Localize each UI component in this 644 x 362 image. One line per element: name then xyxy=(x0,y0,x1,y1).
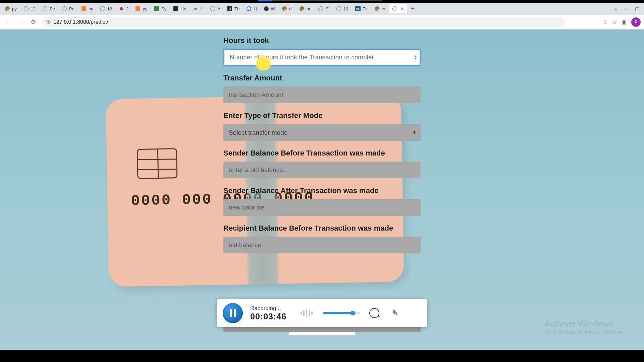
globe-icon xyxy=(318,6,323,11)
tab[interactable]: H xyxy=(244,4,259,13)
recipient-before-input[interactable] xyxy=(223,237,421,253)
globe-icon xyxy=(42,6,48,11)
maximize-button[interactable]: ▢ xyxy=(635,6,639,11)
tab[interactable]: bu xyxy=(297,4,314,13)
video-top-bar xyxy=(0,0,644,3)
tab[interactable]: ∞H xyxy=(190,4,206,13)
site-info-icon[interactable]: ⓘ xyxy=(46,19,51,25)
back-button[interactable]: ← xyxy=(3,17,13,27)
amount-input[interactable] xyxy=(223,86,421,103)
dot-icon xyxy=(119,6,124,11)
tab[interactable]: W xyxy=(261,4,278,13)
tab[interactable]: Py xyxy=(151,4,169,13)
cursor-highlight-icon xyxy=(254,56,272,70)
tab[interactable]: He xyxy=(170,4,189,13)
tab[interactable]: py xyxy=(2,4,19,13)
tab-active[interactable]: ✕ xyxy=(389,4,407,13)
tab-label: He xyxy=(180,6,186,11)
watermark-title: Activate Windows xyxy=(544,318,624,329)
windows-watermark: Activate Windows Go to Settings to activ… xyxy=(544,318,624,335)
tab-label: 12 xyxy=(343,6,348,11)
mode-label: Enter Type of Transfer Mode xyxy=(223,111,421,120)
card-chip-icon xyxy=(137,148,178,179)
url-field[interactable]: ⓘ 127.0.0.1:8000/predict/ xyxy=(42,17,565,27)
tab[interactable]: Si xyxy=(315,4,332,13)
globe-icon xyxy=(23,6,29,11)
tab-label: Pe xyxy=(69,6,74,11)
recording-time: 00:03:46 xyxy=(250,312,286,321)
recording-status: Recording... xyxy=(250,305,286,312)
address-bar: ← → ⟳ ⓘ 127.0.0.1:8000/predict/ ⇪ ☆ ▣ P xyxy=(0,15,644,29)
tab-label: Py xyxy=(161,6,166,11)
minimize-button[interactable]: — xyxy=(624,6,629,11)
recipient-before-label: Recipient Balance Before Transaction was… xyxy=(223,224,421,233)
globe-icon xyxy=(62,6,67,11)
tab[interactable]: djTh xyxy=(224,4,242,13)
annotate-button[interactable]: ✎ xyxy=(388,306,402,320)
watermark-subtitle: Go to Settings to activate Windows. xyxy=(544,329,624,335)
close-icon[interactable]: ✕ xyxy=(400,6,404,11)
tab[interactable]: cr xyxy=(372,4,388,13)
transfer-mode-select[interactable]: Select transfer mode xyxy=(223,124,421,141)
tab[interactable]: 2 xyxy=(116,4,131,13)
volume-slider[interactable] xyxy=(323,312,360,314)
sender-after-label: Sender Balance After Transaction was mad… xyxy=(223,186,421,195)
tds-icon: tds xyxy=(355,6,361,11)
sender-after-input[interactable] xyxy=(223,199,421,216)
google-icon xyxy=(374,6,380,11)
circle-icon xyxy=(246,6,252,11)
google-icon xyxy=(5,6,10,11)
pause-button[interactable] xyxy=(223,303,243,323)
prediction-form: Hours it took ▲▼ Transfer Amount Enter T… xyxy=(223,36,421,253)
tab[interactable]: py xyxy=(132,4,150,13)
hours-input[interactable] xyxy=(223,49,421,66)
tab-label: 2 xyxy=(126,6,128,11)
tab-label: 12 xyxy=(31,6,36,11)
tab[interactable]: tdsEv xyxy=(353,4,370,13)
tab-label: A xyxy=(217,6,220,11)
hours-label: Hours it took xyxy=(223,36,421,45)
globe-icon xyxy=(100,6,105,11)
forward-button[interactable]: → xyxy=(16,17,25,27)
page-content: 0000 000 0000 0000 Hours it took ▲▼ Tran… xyxy=(0,29,644,350)
globe-icon xyxy=(210,6,215,11)
tab-search-icon[interactable]: ⌄ xyxy=(614,6,618,11)
tab-strip: py 12 Pe Pe py 12 2 py Py He ∞H A djTh H… xyxy=(0,3,644,15)
profile-avatar[interactable]: P xyxy=(631,17,641,27)
pycharm-icon xyxy=(154,6,159,11)
google-icon xyxy=(299,6,305,11)
tab-label: H xyxy=(200,6,203,11)
screen-recorder-bar: Recording... 00:03:46 ✎ xyxy=(217,299,427,327)
sidepanel-icon[interactable]: ▣ xyxy=(622,19,627,25)
tab[interactable]: Pe xyxy=(59,4,77,13)
tab-label: Ev xyxy=(363,6,368,11)
tab-label: W xyxy=(271,6,275,11)
new-tab-button[interactable]: + xyxy=(408,4,418,13)
tab[interactable]: 12 xyxy=(21,4,38,13)
tab-label: cr xyxy=(382,6,385,11)
tab[interactable]: py xyxy=(78,4,96,13)
tab-label: Si xyxy=(325,6,329,11)
tab[interactable]: A xyxy=(207,4,223,13)
tab-label: py xyxy=(143,6,147,11)
gfg-icon: ∞ xyxy=(193,6,198,11)
globe-icon xyxy=(392,6,397,11)
stackoverflow-icon xyxy=(135,6,141,11)
tab[interactable]: 12 xyxy=(97,4,115,13)
window-controls: ⌄ — ▢ xyxy=(614,6,644,11)
bookmark-icon[interactable]: ☆ xyxy=(612,19,617,25)
tab[interactable]: 12 xyxy=(333,4,351,13)
tab[interactable]: Pe xyxy=(40,4,58,13)
tab[interactable]: di xyxy=(279,4,295,13)
tab-label: 12 xyxy=(107,6,112,11)
reload-button[interactable]: ⟳ xyxy=(29,17,38,27)
number-spinner-icon[interactable]: ▲▼ xyxy=(414,55,417,60)
audio-wave-icon xyxy=(301,308,313,318)
tab-label: py xyxy=(89,6,93,11)
sender-before-input[interactable] xyxy=(223,162,421,178)
globe-icon xyxy=(336,6,341,11)
sender-before-label: Sender Balance Before Transaction was ma… xyxy=(223,149,421,158)
webcam-button[interactable] xyxy=(368,306,381,320)
tab-label: Th xyxy=(234,6,239,11)
share-icon[interactable]: ⇪ xyxy=(603,19,607,25)
